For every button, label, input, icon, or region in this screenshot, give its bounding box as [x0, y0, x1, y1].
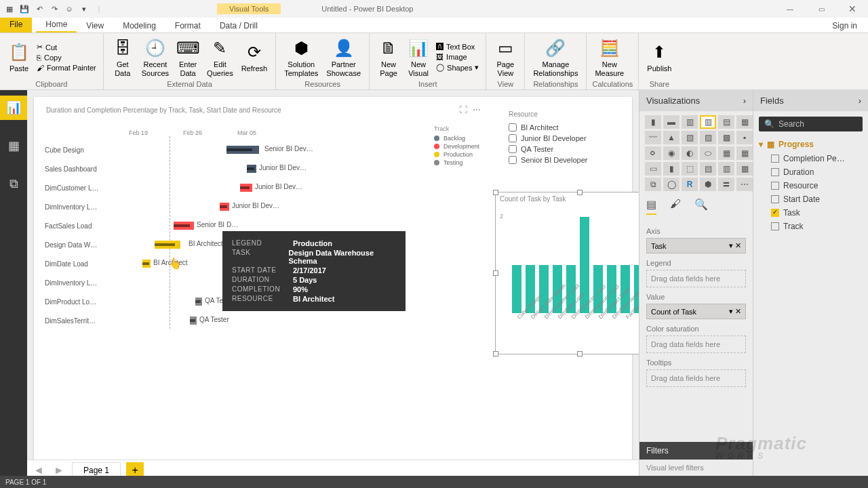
vis-type[interactable]: 〰	[645, 131, 661, 144]
vis-type[interactable]: ▦	[736, 146, 753, 160]
resize-handle[interactable]	[577, 351, 583, 357]
resize-handle[interactable]	[577, 190, 583, 195]
field-item[interactable]: Resource	[759, 179, 863, 192]
cut-button[interactable]: ✂Cut	[35, 42, 98, 52]
vis-type[interactable]: ⧉	[645, 178, 661, 191]
gantt-row[interactable]: Sales DashboardJunior BI Dev…	[45, 159, 316, 178]
gantt-visual[interactable]: Duration and Completion Percentage by Tr…	[41, 102, 485, 333]
report-page[interactable]: Duration and Completion Percentage by Tr…	[34, 97, 632, 463]
field-checkbox[interactable]	[771, 209, 779, 217]
report-canvas[interactable]: Duration and Completion Percentage by Tr…	[27, 90, 639, 468]
vis-type[interactable]: ▥	[718, 162, 734, 176]
gantt-bar[interactable]	[142, 260, 151, 268]
page-view-button[interactable]: ▭Page View	[492, 37, 519, 77]
field-checkbox[interactable]	[771, 195, 779, 203]
edit-queries-button[interactable]: ✎Edit Queries	[204, 37, 236, 77]
vis-type[interactable]: ▦	[718, 146, 734, 160]
vis-type[interactable]: ▮	[663, 162, 679, 176]
tooltips-drop[interactable]: Drag data fields here	[646, 369, 746, 387]
resource-slicer[interactable]: Resource BI ArchitectJunior BI Developer…	[509, 110, 627, 165]
gantt-bar[interactable]	[247, 165, 256, 173]
shapes-button[interactable]: ◯Shapes ▾	[435, 62, 480, 73]
maximize-button[interactable]: ▭	[806, 0, 837, 18]
field-item[interactable]: Duration	[759, 165, 863, 179]
new-page-button[interactable]: 🗎New Page	[375, 37, 402, 77]
field-checkbox[interactable]	[771, 155, 779, 163]
gantt-bar[interactable]	[190, 317, 197, 325]
get-data-button[interactable]: 🗄Get Data	[109, 37, 136, 77]
slicer-item[interactable]: Senior BI Developer	[509, 155, 627, 165]
focus-mode-icon[interactable]: ⛶	[459, 105, 467, 115]
resize-handle[interactable]	[493, 351, 498, 357]
slicer-item[interactable]: QA Tester	[509, 144, 627, 155]
gantt-row[interactable]: DimCustomer L…Junior BI Dev…	[45, 178, 316, 197]
vis-type[interactable]: ▨	[700, 131, 716, 144]
vis-type[interactable]: ▤	[700, 162, 716, 176]
vis-type[interactable]: ▤	[718, 115, 734, 129]
legend-item[interactable]: Backlog	[434, 135, 479, 142]
fields-search[interactable]: 🔍Search	[759, 117, 863, 131]
analytics-mode-icon[interactable]: 🔍	[694, 198, 708, 215]
home-tab[interactable]: Home	[36, 18, 77, 33]
legend-item[interactable]: Testing	[434, 159, 479, 166]
qat-dropdown-icon[interactable]: ▾	[79, 3, 90, 14]
gantt-row[interactable]: Cube DesignSenior BI Dev…	[45, 140, 316, 159]
legend-item[interactable]: Production	[434, 151, 479, 158]
slicer-checkbox[interactable]	[509, 123, 517, 131]
data-view-button[interactable]: ▦	[0, 134, 27, 158]
vis-type[interactable]: ⬚	[682, 162, 698, 176]
vis-type[interactable]: ▧	[682, 131, 698, 144]
file-tab[interactable]: File	[0, 18, 32, 33]
model-view-button[interactable]: ⧉	[0, 171, 27, 196]
gantt-row[interactable]: DimSalesTerrit…QA Tester	[45, 311, 316, 330]
table-node[interactable]: ▾▦Progress	[759, 137, 863, 152]
gantt-bar[interactable]	[155, 241, 180, 249]
field-item[interactable]: Start Date	[759, 192, 863, 206]
new-measure-button[interactable]: 🧮New Measure	[592, 37, 627, 77]
vis-type[interactable]: ◐	[682, 146, 698, 160]
report-view-button[interactable]: 📊	[0, 96, 27, 120]
vis-type[interactable]: ▪	[736, 131, 753, 144]
modeling-tab[interactable]: Modeling	[113, 19, 165, 33]
field-item[interactable]: Task	[759, 206, 863, 220]
field-checkbox[interactable]	[771, 222, 779, 230]
refresh-button[interactable]: ⟳Refresh	[239, 41, 271, 73]
collapse-icon[interactable]: ›	[743, 96, 746, 106]
gantt-row[interactable]: DimInventory L…Junior BI Dev…	[45, 197, 316, 216]
recent-sources-button[interactable]: 🕘Recent Sources	[139, 37, 172, 77]
new-visual-button[interactable]: 📊New Visual	[405, 37, 432, 77]
chevron-down-icon[interactable]: ▾ ✕	[729, 241, 741, 250]
field-checkbox[interactable]	[771, 168, 779, 176]
fields-mode-icon[interactable]: ▤	[646, 198, 656, 215]
bar[interactable]	[512, 265, 521, 313]
collapse-icon[interactable]: ›	[859, 96, 861, 106]
vis-type[interactable]: ⋯	[736, 178, 753, 191]
vis-type[interactable]: ▭	[645, 162, 661, 176]
gantt-bar[interactable]	[195, 298, 202, 306]
vis-type[interactable]: ▮	[645, 115, 661, 129]
datadrill-tab[interactable]: Data / Drill	[210, 19, 267, 33]
more-options-icon[interactable]: ⋯	[473, 105, 481, 115]
format-mode-icon[interactable]: 🖌	[670, 198, 681, 215]
save-icon[interactable]: 💾	[19, 3, 30, 14]
redo-icon[interactable]: ↷	[49, 3, 60, 14]
vis-type[interactable]: ⭘	[645, 146, 661, 160]
enter-data-button[interactable]: ⌨Enter Data	[174, 37, 201, 77]
resize-handle[interactable]	[493, 270, 498, 276]
sat-drop[interactable]: Drag data fields here	[646, 336, 746, 353]
legend-drop[interactable]: Drag data fields here	[646, 270, 746, 287]
gantt-bar[interactable]	[220, 203, 229, 211]
vis-type[interactable]: ◉	[663, 146, 679, 160]
vis-type[interactable]: ▩	[718, 131, 734, 144]
minimize-button[interactable]: —	[774, 0, 806, 18]
slicer-checkbox[interactable]	[509, 156, 517, 164]
image-button[interactable]: 🖼Image	[435, 52, 480, 62]
smiley-icon[interactable]: ☺	[64, 3, 75, 14]
field-checkbox[interactable]	[771, 182, 779, 190]
view-tab[interactable]: View	[77, 19, 113, 33]
vis-type[interactable]: ▲	[663, 131, 679, 144]
gantt-bar[interactable]	[240, 184, 252, 192]
sign-in-link[interactable]: Sign in	[821, 19, 868, 33]
format-painter-button[interactable]: 🖌Format Painter	[35, 63, 98, 73]
slicer-checkbox[interactable]	[509, 134, 517, 142]
